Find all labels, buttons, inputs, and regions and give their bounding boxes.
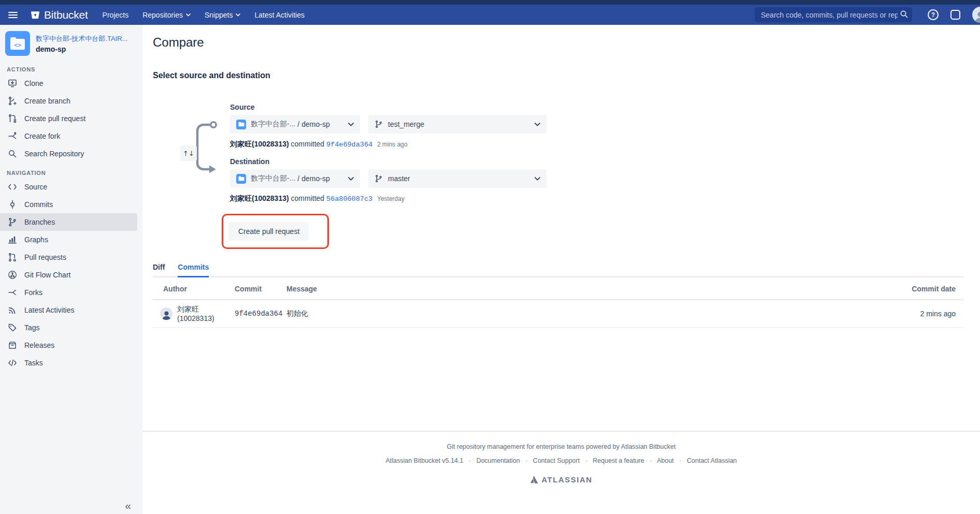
destination-repo-separator: /: [297, 174, 299, 183]
commit-time: 2 mins ago: [377, 141, 408, 148]
column-header-commit: Commit: [227, 277, 279, 300]
sidebar-item-latest-activities[interactable]: Latest Activities: [0, 301, 137, 319]
author-cell: 刘家旺(10028313): [160, 305, 219, 322]
sidebar-item-branches[interactable]: Branches: [0, 213, 137, 231]
repo-name: demo-sp: [36, 45, 127, 53]
sidebar-item-create-fork[interactable]: Create fork: [0, 127, 137, 145]
red-highlight-annotation: Create pull request: [222, 214, 329, 249]
sidebar-item-graphs[interactable]: Graphs: [0, 231, 137, 248]
search-input[interactable]: [755, 7, 912, 22]
nav-item-repositories[interactable]: Repositories: [142, 11, 191, 19]
commit-hash-link[interactable]: 56a806087c3: [326, 195, 372, 203]
footer-link-contact-support[interactable]: Contact Support: [533, 457, 580, 464]
forks-icon: [7, 287, 18, 298]
sidebar-item-label: Graphs: [24, 236, 48, 244]
graphs-icon: [7, 234, 18, 245]
sidebar-item-forks[interactable]: Forks: [0, 284, 137, 301]
sidebar-item-clone[interactable]: Clone: [0, 75, 137, 92]
app-switcher-icon[interactable]: [950, 10, 960, 20]
repo-avatar-icon: <>: [5, 31, 30, 56]
sidebar-item-label: Search Repository: [24, 150, 84, 158]
branch-icon: [374, 120, 383, 128]
tab-diff[interactable]: Diff: [153, 263, 165, 276]
nav-item-projects[interactable]: Projects: [103, 11, 129, 19]
source-repo-select[interactable]: 数字中台部-... / demo-sp: [230, 115, 360, 134]
sidebar-item-source[interactable]: Source: [0, 178, 137, 196]
destination-branch-select[interactable]: master: [368, 169, 546, 188]
commit-hash-link[interactable]: 9f4e69da364: [326, 141, 372, 149]
brand-title: Bitbucket: [44, 9, 88, 21]
project-link[interactable]: 数字中台部-技术中台部.TAIR...: [36, 34, 127, 43]
chevron-down-icon: [348, 123, 354, 126]
sidebar-item-search-repository[interactable]: Search Repository: [0, 145, 137, 163]
commit-author: 刘家旺(10028313): [230, 140, 289, 148]
help-icon[interactable]: ?: [928, 9, 939, 20]
search-icon: [900, 10, 909, 21]
sidebar-item-tags[interactable]: Tags: [0, 319, 137, 336]
top-navbar: Bitbucket Projects Repositories Snippets…: [0, 5, 980, 25]
compare-form: ↑↓ Source 数字中台部-... / demo-sp: [153, 103, 963, 249]
actions-section-title: ACTIONS: [7, 66, 142, 72]
bitbucket-compare-page: Bitbucket Projects Repositories Snippets…: [0, 0, 980, 514]
sidebar-item-releases[interactable]: Releases: [0, 336, 137, 354]
column-header-message: Message: [279, 277, 891, 300]
atlassian-logo[interactable]: ATLASSIAN: [530, 475, 592, 484]
branch-icon: [374, 174, 383, 183]
commit-message: 初始化: [279, 300, 891, 328]
source-label: Source: [230, 103, 963, 111]
sidebar-item-pull-requests[interactable]: Pull requests: [0, 248, 137, 266]
sidebar-item-label: Pull requests: [24, 253, 66, 261]
destination-repo-name: demo-sp: [301, 174, 329, 183]
repo-folder-icon: [236, 174, 246, 184]
page-title: Compare: [153, 35, 963, 50]
svg-text:<>: <>: [14, 42, 21, 49]
destination-repo-project: 数字中台部-...: [251, 174, 295, 183]
sidebar-item-tasks[interactable]: Tasks: [0, 354, 137, 372]
branches-icon: [7, 217, 18, 227]
source-selects-row: 数字中台部-... / demo-sp test_merge: [230, 115, 963, 134]
nav-links: Projects Repositories Snippets Latest Ac…: [103, 11, 305, 19]
git-flow-chart-icon: [7, 270, 18, 280]
search-repository-icon: [7, 149, 18, 159]
commit-date: 2 mins ago: [891, 300, 963, 328]
sidebar-item-label: Forks: [24, 288, 42, 297]
source-commit-info: 刘家旺(10028313) committed 9f4e69da364 2 mi…: [230, 140, 963, 149]
footer-link-request-a-feature[interactable]: Request a feature: [593, 457, 644, 464]
footer-version: Atlassian Bitbucket v5.14.1: [385, 457, 463, 464]
source-branch-name: test_merge: [388, 120, 424, 128]
tab-commits[interactable]: Commits: [178, 263, 209, 277]
bitbucket-logo[interactable]: Bitbucket: [30, 9, 88, 21]
swap-source-destination-button[interactable]: ↑↓: [180, 145, 197, 161]
sidebar-item-label: Create fork: [24, 132, 60, 140]
sidebar-item-label: Branches: [24, 218, 55, 226]
hamburger-menu-icon[interactable]: [8, 12, 18, 18]
commit-hash-link[interactable]: 9f4e69da364: [227, 300, 279, 328]
source-repo-separator: /: [297, 120, 299, 128]
footer-link-about[interactable]: About: [657, 457, 674, 464]
create-pull-request-button[interactable]: Create pull request: [229, 222, 309, 241]
sidebar-item-label: Create pull request: [24, 114, 85, 123]
commits-icon: [7, 199, 18, 210]
footer-link-documentation[interactable]: Documentation: [477, 457, 520, 464]
nav-item-latest-activities[interactable]: Latest Activities: [254, 11, 305, 19]
atlassian-brand-text: ATLASSIAN: [541, 475, 592, 484]
user-avatar[interactable]: [972, 7, 980, 23]
sidebar-item-git-flow-chart[interactable]: Git Flow Chart: [0, 266, 137, 284]
sidebar-item-create-branch[interactable]: Create branch: [0, 92, 137, 110]
create-fork-icon: [7, 131, 18, 141]
sidebar-item-label: Tags: [24, 324, 40, 332]
commit-verb: committed: [291, 140, 325, 148]
source-repo-project: 数字中台部-...: [251, 120, 295, 129]
tags-icon: [7, 322, 18, 333]
sidebar-item-create-pull-request[interactable]: Create pull request: [0, 110, 137, 127]
footer-meta: Atlassian Bitbucket v5.14.1 · Documentat…: [142, 457, 980, 464]
destination-repo-select[interactable]: 数字中台部-... / demo-sp: [230, 169, 360, 188]
source-branch-select[interactable]: test_merge: [368, 115, 546, 134]
column-header-commit-date: Commit date: [891, 277, 963, 300]
sidebar-item-commits[interactable]: Commits: [0, 196, 137, 213]
create-pull-request-icon: [7, 113, 18, 124]
nav-item-snippets[interactable]: Snippets: [205, 11, 240, 19]
sidebar-item-label: Clone: [24, 79, 44, 87]
sidebar-collapse-button[interactable]: «: [125, 500, 131, 512]
footer-link-contact-atlassian[interactable]: Contact Atlassian: [687, 457, 737, 464]
